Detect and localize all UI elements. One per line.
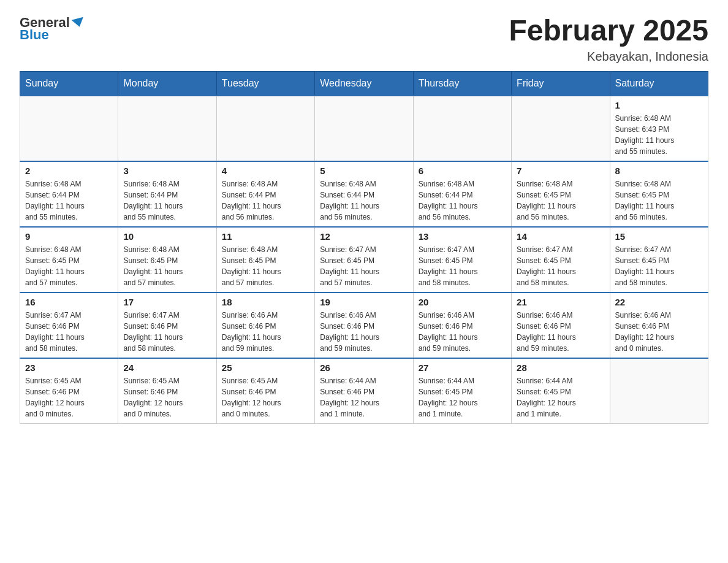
calendar-week-3: 9Sunrise: 6:48 AM Sunset: 6:45 PM Daylig… bbox=[20, 227, 708, 293]
calendar-cell: 19Sunrise: 6:46 AM Sunset: 6:46 PM Dayli… bbox=[315, 293, 413, 358]
calendar-cell: 8Sunrise: 6:48 AM Sunset: 6:45 PM Daylig… bbox=[610, 161, 708, 227]
day-info: Sunrise: 6:48 AM Sunset: 6:45 PM Dayligh… bbox=[222, 244, 309, 288]
day-number: 7 bbox=[517, 166, 604, 176]
day-number: 4 bbox=[222, 166, 309, 176]
day-info: Sunrise: 6:44 AM Sunset: 6:46 PM Dayligh… bbox=[320, 375, 408, 419]
calendar-cell: 10Sunrise: 6:48 AM Sunset: 6:45 PM Dayli… bbox=[118, 227, 216, 293]
page-header: General Blue February 2025 Kebayakan, In… bbox=[20, 15, 708, 64]
day-number: 23 bbox=[25, 362, 113, 373]
calendar-week-5: 23Sunrise: 6:45 AM Sunset: 6:46 PM Dayli… bbox=[20, 358, 708, 424]
day-info: Sunrise: 6:44 AM Sunset: 6:45 PM Dayligh… bbox=[517, 375, 604, 419]
calendar-cell: 2Sunrise: 6:48 AM Sunset: 6:44 PM Daylig… bbox=[20, 161, 118, 227]
calendar-cell: 1Sunrise: 6:48 AM Sunset: 6:43 PM Daylig… bbox=[610, 96, 708, 161]
calendar-cell: 5Sunrise: 6:48 AM Sunset: 6:44 PM Daylig… bbox=[315, 161, 413, 227]
calendar-cell: 15Sunrise: 6:47 AM Sunset: 6:45 PM Dayli… bbox=[610, 227, 708, 293]
calendar-week-1: 1Sunrise: 6:48 AM Sunset: 6:43 PM Daylig… bbox=[20, 96, 708, 161]
calendar-cell bbox=[20, 96, 118, 161]
header-thursday: Thursday bbox=[413, 71, 511, 96]
day-number: 26 bbox=[320, 362, 408, 373]
weekday-header-row: Sunday Monday Tuesday Wednesday Thursday… bbox=[20, 71, 708, 96]
day-info: Sunrise: 6:45 AM Sunset: 6:46 PM Dayligh… bbox=[123, 375, 211, 419]
calendar-cell: 27Sunrise: 6:44 AM Sunset: 6:45 PM Dayli… bbox=[413, 358, 511, 424]
calendar-week-4: 16Sunrise: 6:47 AM Sunset: 6:46 PM Dayli… bbox=[20, 293, 708, 358]
day-info: Sunrise: 6:48 AM Sunset: 6:45 PM Dayligh… bbox=[123, 244, 211, 288]
calendar-cell: 14Sunrise: 6:47 AM Sunset: 6:45 PM Dayli… bbox=[512, 227, 610, 293]
day-number: 9 bbox=[25, 231, 113, 242]
calendar-cell bbox=[413, 96, 511, 161]
calendar-cell bbox=[216, 96, 314, 161]
day-number: 20 bbox=[419, 297, 506, 307]
day-number: 12 bbox=[320, 231, 408, 242]
header-monday: Monday bbox=[118, 71, 216, 96]
day-info: Sunrise: 6:47 AM Sunset: 6:46 PM Dayligh… bbox=[123, 310, 211, 354]
day-number: 11 bbox=[222, 231, 309, 242]
calendar-cell: 20Sunrise: 6:46 AM Sunset: 6:46 PM Dayli… bbox=[413, 293, 511, 358]
day-info: Sunrise: 6:46 AM Sunset: 6:46 PM Dayligh… bbox=[517, 310, 604, 354]
day-number: 10 bbox=[123, 231, 211, 242]
day-number: 19 bbox=[320, 297, 408, 307]
calendar-cell: 11Sunrise: 6:48 AM Sunset: 6:45 PM Dayli… bbox=[216, 227, 314, 293]
day-number: 16 bbox=[25, 297, 113, 307]
page-subtitle: Kebayakan, Indonesia bbox=[509, 50, 708, 64]
day-number: 13 bbox=[419, 231, 506, 242]
calendar-cell: 6Sunrise: 6:48 AM Sunset: 6:44 PM Daylig… bbox=[413, 161, 511, 227]
calendar-header: Sunday Monday Tuesday Wednesday Thursday… bbox=[20, 71, 708, 96]
day-info: Sunrise: 6:48 AM Sunset: 6:44 PM Dayligh… bbox=[123, 178, 211, 223]
calendar-table: Sunday Monday Tuesday Wednesday Thursday… bbox=[20, 71, 708, 424]
day-info: Sunrise: 6:47 AM Sunset: 6:45 PM Dayligh… bbox=[615, 244, 703, 288]
day-info: Sunrise: 6:46 AM Sunset: 6:46 PM Dayligh… bbox=[419, 310, 506, 354]
day-number: 25 bbox=[222, 362, 309, 373]
calendar-week-2: 2Sunrise: 6:48 AM Sunset: 6:44 PM Daylig… bbox=[20, 161, 708, 227]
day-number: 22 bbox=[615, 297, 703, 307]
day-info: Sunrise: 6:48 AM Sunset: 6:44 PM Dayligh… bbox=[25, 178, 113, 223]
day-info: Sunrise: 6:48 AM Sunset: 6:45 PM Dayligh… bbox=[517, 178, 604, 223]
header-tuesday: Tuesday bbox=[216, 71, 314, 96]
day-number: 21 bbox=[517, 297, 604, 307]
logo: General Blue bbox=[20, 15, 87, 43]
calendar-cell: 28Sunrise: 6:44 AM Sunset: 6:45 PM Dayli… bbox=[512, 358, 610, 424]
calendar-cell: 23Sunrise: 6:45 AM Sunset: 6:46 PM Dayli… bbox=[20, 358, 118, 424]
calendar-cell: 12Sunrise: 6:47 AM Sunset: 6:45 PM Dayli… bbox=[315, 227, 413, 293]
day-number: 18 bbox=[222, 297, 309, 307]
calendar-cell bbox=[512, 96, 610, 161]
day-info: Sunrise: 6:44 AM Sunset: 6:45 PM Dayligh… bbox=[419, 375, 506, 419]
day-number: 2 bbox=[25, 166, 113, 176]
day-info: Sunrise: 6:48 AM Sunset: 6:45 PM Dayligh… bbox=[615, 178, 703, 223]
logo-blue-text: Blue bbox=[20, 27, 49, 43]
calendar-cell: 13Sunrise: 6:47 AM Sunset: 6:45 PM Dayli… bbox=[413, 227, 511, 293]
calendar-cell bbox=[118, 96, 216, 161]
calendar-cell: 3Sunrise: 6:48 AM Sunset: 6:44 PM Daylig… bbox=[118, 161, 216, 227]
day-info: Sunrise: 6:45 AM Sunset: 6:46 PM Dayligh… bbox=[222, 375, 309, 419]
day-info: Sunrise: 6:48 AM Sunset: 6:43 PM Dayligh… bbox=[615, 113, 703, 157]
day-number: 15 bbox=[615, 231, 703, 242]
day-number: 24 bbox=[123, 362, 211, 373]
day-info: Sunrise: 6:47 AM Sunset: 6:45 PM Dayligh… bbox=[517, 244, 604, 288]
header-saturday: Saturday bbox=[610, 71, 708, 96]
day-number: 5 bbox=[320, 166, 408, 176]
calendar-cell: 26Sunrise: 6:44 AM Sunset: 6:46 PM Dayli… bbox=[315, 358, 413, 424]
day-info: Sunrise: 6:47 AM Sunset: 6:45 PM Dayligh… bbox=[320, 244, 408, 288]
day-info: Sunrise: 6:46 AM Sunset: 6:46 PM Dayligh… bbox=[615, 310, 703, 354]
day-info: Sunrise: 6:47 AM Sunset: 6:45 PM Dayligh… bbox=[419, 244, 506, 288]
header-friday: Friday bbox=[512, 71, 610, 96]
title-block: February 2025 Kebayakan, Indonesia bbox=[509, 15, 708, 64]
day-info: Sunrise: 6:46 AM Sunset: 6:46 PM Dayligh… bbox=[222, 310, 309, 354]
day-info: Sunrise: 6:48 AM Sunset: 6:44 PM Dayligh… bbox=[320, 178, 408, 223]
calendar-cell bbox=[610, 358, 708, 424]
day-number: 14 bbox=[517, 231, 604, 242]
day-info: Sunrise: 6:48 AM Sunset: 6:44 PM Dayligh… bbox=[419, 178, 506, 223]
day-number: 3 bbox=[123, 166, 211, 176]
day-number: 17 bbox=[123, 297, 211, 307]
calendar-cell: 9Sunrise: 6:48 AM Sunset: 6:45 PM Daylig… bbox=[20, 227, 118, 293]
calendar-cell: 4Sunrise: 6:48 AM Sunset: 6:44 PM Daylig… bbox=[216, 161, 314, 227]
calendar-body: 1Sunrise: 6:48 AM Sunset: 6:43 PM Daylig… bbox=[20, 96, 708, 424]
calendar-cell: 7Sunrise: 6:48 AM Sunset: 6:45 PM Daylig… bbox=[512, 161, 610, 227]
day-info: Sunrise: 6:46 AM Sunset: 6:46 PM Dayligh… bbox=[320, 310, 408, 354]
day-number: 28 bbox=[517, 362, 604, 373]
calendar-cell: 22Sunrise: 6:46 AM Sunset: 6:46 PM Dayli… bbox=[610, 293, 708, 358]
calendar-cell bbox=[315, 96, 413, 161]
calendar-cell: 24Sunrise: 6:45 AM Sunset: 6:46 PM Dayli… bbox=[118, 358, 216, 424]
day-info: Sunrise: 6:48 AM Sunset: 6:44 PM Dayligh… bbox=[222, 178, 309, 223]
header-sunday: Sunday bbox=[20, 71, 118, 96]
day-number: 27 bbox=[419, 362, 506, 373]
